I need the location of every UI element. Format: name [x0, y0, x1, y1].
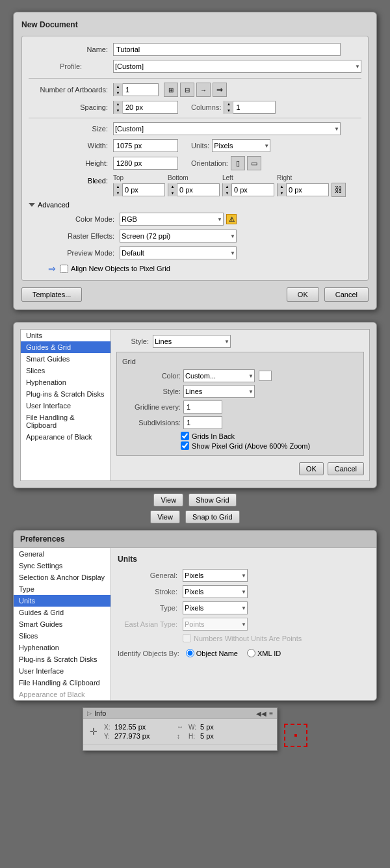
height-row: Height: Orientation: ▯ ▭ [29, 156, 361, 170]
grid-style-select[interactable]: Lines [183, 385, 255, 398]
show-grid-button[interactable]: Show Grid [188, 493, 236, 506]
xml-id-radio[interactable] [247, 649, 255, 657]
templates-button[interactable]: Templates... [21, 287, 82, 302]
bleed-left-down[interactable]: ▼ [223, 190, 231, 196]
grids-in-back-checkbox[interactable] [181, 432, 189, 440]
raster-select[interactable]: Screen (72 ppi) [120, 230, 237, 243]
sidebar-item-slices[interactable]: Slices [21, 365, 110, 376]
prefs-item-appearance[interactable]: Appearance of Black [14, 689, 110, 700]
bleed-bottom-down[interactable]: ▼ [168, 190, 177, 196]
portrait-btn[interactable]: ▯ [231, 156, 245, 170]
guides-style-select[interactable]: Lines [153, 335, 231, 348]
prefs-item-plugins[interactable]: Plug-ins & Scratch Disks [14, 653, 110, 665]
sidebar-item-units[interactable]: Units [21, 330, 110, 341]
artboards-spinner[interactable]: ▲ ▼ 1 [113, 83, 159, 96]
columns-up[interactable]: ▲ [224, 101, 233, 107]
bleed-right-field[interactable]: ▲ ▼ 0 px [277, 183, 329, 196]
arrange-grid-btn[interactable]: ⊞ [164, 83, 178, 97]
artboards-down[interactable]: ▼ [114, 90, 122, 96]
right-to-left-btn[interactable]: ⇒ [213, 83, 227, 97]
x-value: 192.55 px [114, 723, 166, 731]
pixel-grid-label[interactable]: Align New Objects to Pixel Grid [60, 265, 170, 273]
prefs-item-file[interactable]: File Handling & Clipboard [14, 677, 110, 689]
object-name-radio[interactable] [186, 649, 194, 657]
prefs-item-general[interactable]: General [14, 548, 110, 560]
landscape-btn[interactable]: ▭ [247, 156, 261, 170]
snap-to-grid-button[interactable]: Snap to Grid [185, 510, 240, 523]
spacing-down[interactable]: ▼ [114, 107, 122, 114]
bleed-inputs: ▲ ▼ 0 px ▲ ▼ 0 px ▲ [113, 183, 346, 197]
bleed-left-field[interactable]: ▲ ▼ 0 px [222, 183, 274, 196]
columns-spinner[interactable]: ▲ ▼ 1 [224, 101, 276, 114]
spacing-spinner[interactable]: ▲ ▼ 20 px [113, 101, 178, 114]
prefs-item-hyph[interactable]: Hyphenation [14, 642, 110, 653]
bleed-top-up[interactable]: ▲ [114, 183, 122, 190]
pixel-grid-checkbox[interactable] [60, 265, 68, 273]
spacing-up[interactable]: ▲ [114, 101, 122, 107]
pixel-grid-text: Align New Objects to Pixel Grid [71, 265, 170, 272]
sidebar-item-plugins[interactable]: Plug-ins & Scratch Disks [21, 388, 110, 400]
size-row: Size: [Custom] ▼ [29, 122, 361, 135]
bleed-bottom-field[interactable]: ▲ ▼ 0 px [168, 183, 220, 196]
bleed-top-down[interactable]: ▼ [114, 190, 122, 196]
object-name-radio-label[interactable]: Object Name [186, 649, 238, 657]
artboards-up[interactable]: ▲ [114, 83, 122, 90]
sidebar-item-appearance[interactable]: Appearance of Black [21, 431, 110, 443]
grid-color-swatch[interactable] [259, 371, 272, 381]
color-mode-select[interactable]: RGB [120, 213, 224, 226]
units-east-asian-select[interactable]: Points [183, 618, 248, 631]
bleed-left-up[interactable]: ▲ [223, 183, 231, 190]
prefs-item-sync[interactable]: Sync Settings [14, 560, 110, 572]
advanced-toggle[interactable]: Advanced [29, 201, 361, 209]
bleed-top-field[interactable]: ▲ ▼ 0 px [113, 183, 165, 196]
profile-select[interactable]: [Custom] [113, 60, 361, 73]
width-input[interactable] [113, 139, 178, 152]
prefs-item-slices[interactable]: Slices [14, 630, 110, 642]
sidebar-item-hyph[interactable]: Hyphenation [21, 376, 110, 388]
bleed-right-down[interactable]: ▼ [278, 190, 286, 196]
show-pixel-grid-checkbox[interactable] [181, 441, 189, 450]
prefs-item-ui[interactable]: User Interface [14, 665, 110, 677]
sidebar-item-ui[interactable]: User Interface [21, 400, 110, 412]
arrange-row-btn[interactable]: ⊟ [180, 83, 194, 97]
sidebar-item-guides[interactable]: Guides & Grid [21, 341, 110, 353]
units-general-select[interactable]: Pixels [183, 569, 248, 582]
size-select[interactable]: [Custom] [113, 122, 341, 135]
profile-row: Profile: [Custom] ▼ [29, 60, 361, 79]
view-button-2[interactable]: View [150, 510, 180, 523]
cancel-button[interactable]: Cancel [324, 287, 369, 302]
bleed-bottom-up[interactable]: ▲ [168, 183, 177, 190]
prefs-item-type[interactable]: Type [14, 583, 110, 595]
units-select[interactable]: Pixels [212, 139, 270, 152]
no-units-checkbox-label[interactable]: Numbers Without Units Are Points [183, 634, 302, 642]
height-input[interactable] [113, 157, 178, 170]
name-input[interactable] [113, 43, 341, 56]
pixel-grid-arrow-icon: ⇒ [48, 263, 56, 274]
grid-color-select[interactable]: Custom... [183, 369, 255, 382]
ok-button[interactable]: OK [287, 287, 319, 302]
preview-select[interactable]: Default [120, 246, 237, 259]
gridline-row: Gridline every: [122, 401, 358, 414]
gridline-input[interactable] [183, 401, 222, 414]
xml-id-radio-label[interactable]: XML ID [247, 649, 281, 657]
bleed-right-up[interactable]: ▲ [278, 183, 286, 190]
info-collapse-btn[interactable]: ◀◀ [256, 710, 266, 717]
chain-btn[interactable]: ⛓ [332, 183, 346, 197]
columns-down[interactable]: ▼ [224, 107, 233, 114]
prefs-item-smart[interactable]: Smart Guides [14, 618, 110, 630]
prefs-dialog-inner: General Sync Settings Selection & Anchor… [14, 548, 376, 700]
sidebar-item-file[interactable]: File Handling & Clipboard [21, 412, 110, 431]
left-to-right-btn[interactable]: → [196, 83, 211, 97]
info-menu-btn[interactable]: ≡ [269, 710, 273, 717]
prefs-item-guides[interactable]: Guides & Grid [14, 607, 110, 618]
sidebar-item-smart[interactable]: Smart Guides [21, 353, 110, 365]
units-type-select[interactable]: Pixels [183, 601, 248, 614]
prefs-item-selection[interactable]: Selection & Anchor Display [14, 572, 110, 583]
no-units-checkbox[interactable] [183, 634, 191, 642]
prefs-item-units[interactable]: Units [14, 595, 110, 607]
units-stroke-select[interactable]: Pixels [183, 585, 248, 598]
prefs-ok-btn[interactable]: OK [299, 462, 324, 475]
prefs-cancel-btn[interactable]: Cancel [328, 462, 364, 475]
subdivisions-input[interactable] [183, 416, 222, 429]
view-button-1[interactable]: View [153, 493, 183, 506]
